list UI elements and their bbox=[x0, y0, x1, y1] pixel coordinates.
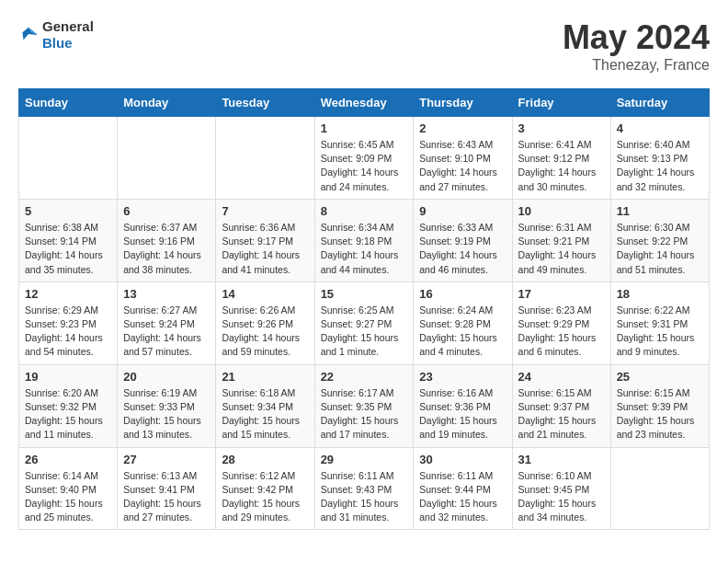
day-number: 6 bbox=[123, 204, 210, 218]
calendar-day-cell bbox=[216, 117, 314, 200]
day-info: Sunrise: 6:43 AM Sunset: 9:10 PM Dayligh… bbox=[419, 138, 506, 194]
calendar-week-row: 12Sunrise: 6:29 AM Sunset: 9:23 PM Dayli… bbox=[19, 282, 710, 364]
day-info: Sunrise: 6:25 AM Sunset: 9:27 PM Dayligh… bbox=[321, 304, 408, 360]
day-number: 5 bbox=[25, 204, 111, 218]
day-number: 21 bbox=[222, 370, 308, 384]
calendar-day-cell: 13Sunrise: 6:27 AM Sunset: 9:24 PM Dayli… bbox=[118, 282, 216, 364]
logo-general: General bbox=[42, 18, 94, 35]
weekday-header: Wednesday bbox=[314, 89, 414, 117]
calendar-day-cell: 25Sunrise: 6:15 AM Sunset: 9:39 PM Dayli… bbox=[610, 364, 709, 447]
day-info: Sunrise: 6:10 AM Sunset: 9:45 PM Dayligh… bbox=[518, 469, 605, 525]
calendar-day-cell: 3Sunrise: 6:41 AM Sunset: 9:12 PM Daylig… bbox=[512, 117, 610, 200]
calendar-week-row: 1Sunrise: 6:45 AM Sunset: 9:09 PM Daylig… bbox=[19, 117, 710, 200]
calendar-day-cell bbox=[118, 117, 216, 200]
day-info: Sunrise: 6:29 AM Sunset: 9:23 PM Dayligh… bbox=[25, 304, 111, 360]
calendar-day-cell: 2Sunrise: 6:43 AM Sunset: 9:10 PM Daylig… bbox=[414, 117, 512, 200]
day-number: 2 bbox=[419, 121, 506, 135]
calendar-day-cell: 19Sunrise: 6:20 AM Sunset: 9:32 PM Dayli… bbox=[19, 364, 118, 447]
day-number: 20 bbox=[123, 370, 210, 384]
weekday-header: Tuesday bbox=[216, 89, 314, 117]
day-info: Sunrise: 6:18 AM Sunset: 9:34 PM Dayligh… bbox=[222, 386, 308, 442]
calendar-day-cell: 10Sunrise: 6:31 AM Sunset: 9:21 PM Dayli… bbox=[512, 199, 610, 282]
calendar-table: SundayMondayTuesdayWednesdayThursdayFrid… bbox=[18, 88, 710, 530]
day-info: Sunrise: 6:11 AM Sunset: 9:44 PM Dayligh… bbox=[419, 469, 506, 525]
day-number: 11 bbox=[617, 204, 703, 218]
day-number: 7 bbox=[222, 204, 308, 218]
calendar-day-cell: 9Sunrise: 6:33 AM Sunset: 9:19 PM Daylig… bbox=[414, 199, 512, 282]
day-info: Sunrise: 6:20 AM Sunset: 9:32 PM Dayligh… bbox=[25, 386, 111, 442]
day-info: Sunrise: 6:24 AM Sunset: 9:28 PM Dayligh… bbox=[419, 304, 506, 360]
title-block: May 2024 Thenezay, France bbox=[563, 18, 710, 74]
logo-text: General Blue bbox=[42, 18, 94, 52]
day-info: Sunrise: 6:23 AM Sunset: 9:29 PM Dayligh… bbox=[518, 304, 605, 360]
day-number: 3 bbox=[518, 121, 605, 135]
day-number: 31 bbox=[518, 453, 605, 466]
calendar-day-cell: 20Sunrise: 6:19 AM Sunset: 9:33 PM Dayli… bbox=[118, 364, 216, 447]
weekday-header: Thursday bbox=[414, 89, 512, 117]
day-number: 8 bbox=[321, 204, 408, 218]
weekday-header: Saturday bbox=[610, 89, 709, 117]
day-info: Sunrise: 6:41 AM Sunset: 9:12 PM Dayligh… bbox=[518, 138, 605, 194]
calendar-day-cell: 15Sunrise: 6:25 AM Sunset: 9:27 PM Dayli… bbox=[314, 282, 414, 364]
calendar-day-cell: 23Sunrise: 6:16 AM Sunset: 9:36 PM Dayli… bbox=[414, 364, 512, 447]
day-number: 25 bbox=[617, 370, 703, 384]
day-info: Sunrise: 6:16 AM Sunset: 9:36 PM Dayligh… bbox=[419, 386, 506, 442]
calendar-day-cell: 11Sunrise: 6:30 AM Sunset: 9:22 PM Dayli… bbox=[610, 199, 709, 282]
calendar-day-cell bbox=[610, 447, 709, 530]
calendar-location: Thenezay, France bbox=[563, 57, 710, 74]
weekday-header: Friday bbox=[512, 89, 610, 117]
calendar-week-row: 26Sunrise: 6:14 AM Sunset: 9:40 PM Dayli… bbox=[19, 447, 710, 530]
day-number: 16 bbox=[419, 287, 506, 301]
calendar-day-cell: 1Sunrise: 6:45 AM Sunset: 9:09 PM Daylig… bbox=[314, 117, 414, 200]
calendar-title: May 2024 bbox=[563, 18, 710, 57]
day-info: Sunrise: 6:19 AM Sunset: 9:33 PM Dayligh… bbox=[123, 386, 210, 442]
calendar-day-cell: 17Sunrise: 6:23 AM Sunset: 9:29 PM Dayli… bbox=[512, 282, 610, 364]
day-number: 19 bbox=[25, 370, 111, 384]
day-number: 24 bbox=[518, 370, 605, 384]
calendar-day-cell: 8Sunrise: 6:34 AM Sunset: 9:18 PM Daylig… bbox=[314, 199, 414, 282]
day-info: Sunrise: 6:27 AM Sunset: 9:24 PM Dayligh… bbox=[123, 304, 210, 360]
day-info: Sunrise: 6:17 AM Sunset: 9:35 PM Dayligh… bbox=[321, 386, 408, 442]
calendar-week-row: 5Sunrise: 6:38 AM Sunset: 9:14 PM Daylig… bbox=[19, 199, 710, 282]
day-number: 9 bbox=[419, 204, 506, 218]
day-info: Sunrise: 6:40 AM Sunset: 9:13 PM Dayligh… bbox=[617, 138, 703, 194]
calendar-day-cell: 5Sunrise: 6:38 AM Sunset: 9:14 PM Daylig… bbox=[19, 199, 118, 282]
day-info: Sunrise: 6:36 AM Sunset: 9:17 PM Dayligh… bbox=[222, 221, 308, 277]
calendar-day-cell: 7Sunrise: 6:36 AM Sunset: 9:17 PM Daylig… bbox=[216, 199, 314, 282]
day-info: Sunrise: 6:37 AM Sunset: 9:16 PM Dayligh… bbox=[123, 221, 210, 277]
day-number: 15 bbox=[321, 287, 408, 301]
day-number: 18 bbox=[617, 287, 703, 301]
day-info: Sunrise: 6:38 AM Sunset: 9:14 PM Dayligh… bbox=[25, 221, 111, 277]
weekday-header-row: SundayMondayTuesdayWednesdayThursdayFrid… bbox=[19, 89, 710, 117]
day-number: 29 bbox=[321, 453, 408, 466]
day-info: Sunrise: 6:22 AM Sunset: 9:31 PM Dayligh… bbox=[617, 304, 703, 360]
day-number: 4 bbox=[617, 121, 703, 135]
day-number: 30 bbox=[419, 453, 506, 466]
calendar-day-cell: 14Sunrise: 6:26 AM Sunset: 9:26 PM Dayli… bbox=[216, 282, 314, 364]
day-info: Sunrise: 6:31 AM Sunset: 9:21 PM Dayligh… bbox=[518, 221, 605, 277]
weekday-header: Sunday bbox=[19, 89, 118, 117]
calendar-day-cell: 12Sunrise: 6:29 AM Sunset: 9:23 PM Dayli… bbox=[19, 282, 118, 364]
day-info: Sunrise: 6:33 AM Sunset: 9:19 PM Dayligh… bbox=[419, 221, 506, 277]
calendar-day-cell: 6Sunrise: 6:37 AM Sunset: 9:16 PM Daylig… bbox=[118, 199, 216, 282]
day-number: 17 bbox=[518, 287, 605, 301]
calendar-day-cell: 28Sunrise: 6:12 AM Sunset: 9:42 PM Dayli… bbox=[216, 447, 314, 530]
calendar-day-cell: 30Sunrise: 6:11 AM Sunset: 9:44 PM Dayli… bbox=[414, 447, 512, 530]
day-number: 10 bbox=[518, 204, 605, 218]
day-number: 22 bbox=[321, 370, 408, 384]
calendar-day-cell: 4Sunrise: 6:40 AM Sunset: 9:13 PM Daylig… bbox=[610, 117, 709, 200]
day-info: Sunrise: 6:12 AM Sunset: 9:42 PM Dayligh… bbox=[222, 469, 308, 525]
day-number: 27 bbox=[123, 453, 210, 466]
calendar-day-cell: 27Sunrise: 6:13 AM Sunset: 9:41 PM Dayli… bbox=[118, 447, 216, 530]
calendar-week-row: 19Sunrise: 6:20 AM Sunset: 9:32 PM Dayli… bbox=[19, 364, 710, 447]
day-info: Sunrise: 6:15 AM Sunset: 9:37 PM Dayligh… bbox=[518, 386, 605, 442]
day-info: Sunrise: 6:14 AM Sunset: 9:40 PM Dayligh… bbox=[25, 469, 111, 525]
logo-bird-icon bbox=[18, 25, 39, 45]
calendar-day-cell: 26Sunrise: 6:14 AM Sunset: 9:40 PM Dayli… bbox=[19, 447, 118, 530]
day-info: Sunrise: 6:34 AM Sunset: 9:18 PM Dayligh… bbox=[321, 221, 408, 277]
calendar-day-cell: 18Sunrise: 6:22 AM Sunset: 9:31 PM Dayli… bbox=[610, 282, 709, 364]
day-number: 13 bbox=[123, 287, 210, 301]
calendar-day-cell: 24Sunrise: 6:15 AM Sunset: 9:37 PM Dayli… bbox=[512, 364, 610, 447]
page-header: General Blue May 2024 Thenezay, France bbox=[18, 18, 710, 74]
day-number: 12 bbox=[25, 287, 111, 301]
